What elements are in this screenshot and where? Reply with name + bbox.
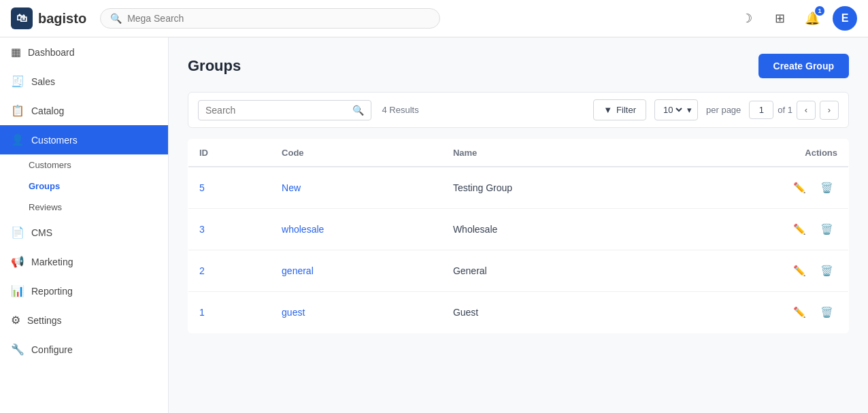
page-title: Groups: [188, 57, 241, 75]
page-header: Groups Create Group: [188, 54, 849, 78]
avatar-button[interactable]: E: [833, 6, 857, 31]
settings-icon: ⚙: [11, 314, 20, 327]
sidebar-item-label: Configure: [31, 344, 73, 355]
page-of-label: of 1: [778, 105, 792, 115]
cell-id: 1: [188, 292, 271, 333]
prev-page-button[interactable]: ‹: [797, 101, 816, 120]
logo-icon: 🛍: [11, 7, 33, 29]
search-icon: 🔍: [110, 13, 122, 24]
cell-code: general: [271, 250, 442, 292]
page-number-input[interactable]: [749, 101, 773, 119]
search-icon: 🔍: [352, 105, 364, 116]
cell-id: 3: [188, 209, 271, 250]
edit-button[interactable]: ✏️: [788, 218, 810, 240]
chevron-down-icon: ▾: [687, 105, 692, 115]
sidebar-item-marketing[interactable]: 📢 Marketing: [0, 247, 168, 276]
sidebar-item-configure[interactable]: 🔧 Configure: [0, 335, 168, 364]
table-controls: 🔍 4 Results ▼ Filter 10 25 50 ▾ per page…: [188, 92, 849, 128]
dashboard-icon: ▦: [11, 46, 21, 59]
row-code-link[interactable]: guest: [282, 307, 305, 318]
sidebar: ▦ Dashboard 🧾 Sales 📋 Catalog 👤 Customer…: [0, 37, 169, 413]
cell-name: General: [442, 250, 658, 292]
delete-button[interactable]: 🗑️: [816, 177, 837, 199]
sidebar-item-settings[interactable]: ⚙ Settings: [0, 305, 168, 335]
sidebar-item-cms[interactable]: 📄 CMS: [0, 218, 168, 247]
row-id-link[interactable]: 2: [199, 265, 205, 276]
layout-button[interactable]: ⊞: [767, 6, 792, 31]
customers-submenu: Customers Groups Reviews: [0, 154, 168, 218]
sidebar-item-customers[interactable]: 👤 Customers: [0, 125, 168, 154]
table-row: 1 guest Guest ✏️ 🗑️: [188, 292, 849, 333]
row-code-link[interactable]: general: [282, 265, 314, 276]
mega-search-container: 🔍: [100, 8, 440, 29]
col-code: Code: [271, 139, 442, 167]
cell-name: Testing Group: [442, 167, 658, 209]
sidebar-item-label: Sales: [31, 76, 55, 87]
catalog-icon: 📋: [11, 104, 24, 117]
row-id-link[interactable]: 1: [199, 307, 205, 318]
sidebar-subitem-customers[interactable]: Customers: [29, 154, 168, 176]
sidebar-item-label: Catalog: [31, 105, 64, 116]
filter-label: Filter: [616, 105, 636, 115]
edit-button[interactable]: ✏️: [788, 301, 810, 323]
delete-button[interactable]: 🗑️: [816, 260, 837, 282]
edit-button[interactable]: ✏️: [788, 177, 810, 199]
cell-code: guest: [271, 292, 442, 333]
cell-id: 2: [188, 250, 271, 292]
configure-icon: 🔧: [11, 343, 24, 356]
row-id-link[interactable]: 5: [199, 182, 205, 193]
cell-name: Guest: [442, 292, 658, 333]
filter-button[interactable]: ▼ Filter: [593, 99, 646, 120]
search-input[interactable]: [205, 105, 348, 116]
table-header-row: ID Code Name Actions: [188, 139, 849, 167]
sidebar-subitem-groups[interactable]: Groups: [29, 176, 168, 197]
delete-button[interactable]: 🗑️: [816, 301, 837, 323]
next-page-button[interactable]: ›: [820, 101, 839, 120]
per-page-dropdown[interactable]: 10 25 50: [661, 104, 684, 116]
sidebar-item-catalog[interactable]: 📋 Catalog: [0, 96, 168, 125]
col-id: ID: [188, 139, 271, 167]
row-id-link[interactable]: 3: [199, 224, 205, 235]
sidebar-item-label: Marketing: [31, 257, 73, 267]
mega-search-input[interactable]: [127, 13, 430, 24]
cell-code: New: [271, 167, 442, 209]
table-row: 3 wholesale Wholesale ✏️ 🗑️: [188, 209, 849, 250]
groups-table: ID Code Name Actions 5 New Testing Group…: [188, 139, 849, 333]
layout: ▦ Dashboard 🧾 Sales 📋 Catalog 👤 Customer…: [0, 37, 868, 413]
notification-badge: 1: [815, 6, 824, 16]
main-content: Groups Create Group 🔍 4 Results ▼ Filter…: [169, 37, 868, 413]
cell-actions: ✏️ 🗑️: [658, 250, 848, 292]
edit-button[interactable]: ✏️: [788, 260, 810, 282]
sidebar-item-dashboard[interactable]: ▦ Dashboard: [0, 37, 168, 67]
pagination: of 1 ‹ ›: [749, 101, 839, 120]
per-page-label: per page: [706, 105, 741, 115]
marketing-icon: 📢: [11, 255, 24, 268]
reporting-icon: 📊: [11, 284, 24, 297]
sales-icon: 🧾: [11, 75, 24, 88]
cell-id: 5: [188, 167, 271, 209]
cell-actions: ✏️ 🗑️: [658, 292, 848, 333]
col-name: Name: [442, 139, 658, 167]
col-actions: Actions: [658, 139, 848, 167]
theme-toggle-button[interactable]: ☽: [735, 6, 759, 31]
row-code-link[interactable]: New: [282, 182, 301, 193]
cms-icon: 📄: [11, 226, 24, 239]
sidebar-item-label: Customers: [31, 135, 78, 146]
sidebar-item-reporting[interactable]: 📊 Reporting: [0, 276, 168, 305]
per-page-select[interactable]: 10 25 50 ▾: [654, 99, 698, 120]
table-row: 2 general General ✏️ 🗑️: [188, 250, 849, 292]
sidebar-item-label: Reporting: [31, 286, 73, 297]
sidebar-item-sales[interactable]: 🧾 Sales: [0, 67, 168, 96]
sidebar-subitem-reviews[interactable]: Reviews: [29, 197, 168, 218]
create-group-button[interactable]: Create Group: [758, 54, 849, 78]
topnav: 🛍 bagisto 🔍 ☽ ⊞ 🔔 1 E: [0, 0, 868, 37]
customers-icon: 👤: [11, 133, 24, 146]
results-count: 4 Results: [382, 105, 419, 115]
cell-name: Wholesale: [442, 209, 658, 250]
sidebar-item-label: Settings: [27, 315, 62, 326]
delete-button[interactable]: 🗑️: [816, 218, 837, 240]
search-wrap: 🔍: [198, 100, 371, 120]
cell-code: wholesale: [271, 209, 442, 250]
row-code-link[interactable]: wholesale: [282, 224, 324, 235]
notification-wrap: 🔔 1: [800, 6, 824, 31]
